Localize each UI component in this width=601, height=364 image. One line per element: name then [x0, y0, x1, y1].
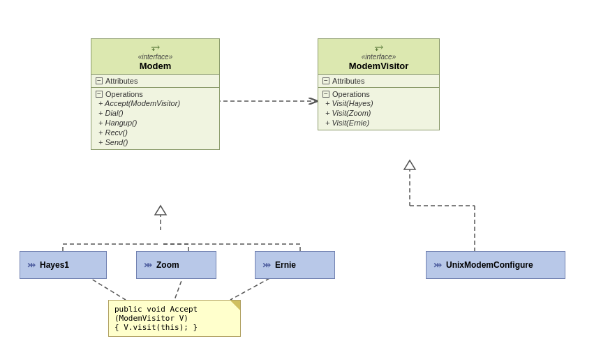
modemvisitor-operations-label: Operations — [332, 90, 370, 98]
minus-icon-attr: − — [96, 77, 103, 84]
modem-class: ⥅ «interface» Modem − Attributes − Opera… — [91, 38, 220, 150]
zoom-chevron: ⤔ — [144, 259, 152, 271]
modem-stereotype: «interface» — [96, 53, 215, 61]
note-line-2: { V.visit(this); } — [114, 323, 235, 332]
modem-attributes-label: Attributes — [105, 77, 138, 85]
mv-method-0: + Visit(Hayes) — [322, 98, 435, 108]
note-line-0: public void Accept — [114, 305, 235, 314]
modem-inherit-triangle — [155, 206, 166, 215]
modem-method-1: + Dial() — [96, 108, 215, 118]
modemvisitor-inherit-triangle — [404, 160, 415, 169]
diagram-container: ⥅ «interface» Modem − Attributes − Opera… — [0, 0, 601, 364]
ernie-class: ⤔ Ernie — [255, 251, 335, 279]
hayes1-class: ⤔ Hayes1 — [20, 251, 107, 279]
unixmodem-chevron: ⤔ — [433, 259, 442, 271]
modem-method-2: + Hangup() — [96, 118, 215, 128]
modemvisitor-attributes-label: Attributes — [332, 77, 364, 85]
modem-operations-section: − Operations + Accept(ModemVisitor) + Di… — [91, 88, 219, 149]
modem-method-0: + Accept(ModemVisitor) — [96, 98, 215, 108]
hayes1-label: Hayes1 — [40, 260, 69, 270]
zoom-class: ⤔ Zoom — [136, 251, 216, 279]
hayes1-chevron: ⤔ — [27, 259, 36, 271]
mv-method-2: + Visit(Ernie) — [322, 118, 435, 128]
zoom-label: Zoom — [156, 260, 179, 270]
minus-icon-ops: − — [96, 91, 103, 98]
mv-minus-attr: − — [322, 77, 329, 84]
modemvisitor-name: ModemVisitor — [322, 61, 435, 71]
ernie-label: Ernie — [275, 260, 296, 270]
modemvisitor-operations-section: − Operations + Visit(Hayes) + Visit(Zoom… — [318, 88, 439, 130]
modem-operations-label: Operations — [105, 90, 143, 98]
note-line-1: (ModemVisitor V) — [114, 314, 235, 323]
mv-method-1: + Visit(Zoom) — [322, 108, 435, 118]
modem-method-4: + Send() — [96, 137, 215, 147]
mv-minus-ops: − — [322, 91, 329, 98]
unixmodem-label: UnixModemConfigure — [446, 260, 533, 270]
unixmodem-class: ⤔ UnixModemConfigure — [426, 251, 565, 279]
modem-method-3: + Recv() — [96, 128, 215, 137]
modem-attributes-section: − Attributes — [91, 75, 219, 88]
modemvisitor-header: ⥅ «interface» ModemVisitor — [318, 39, 439, 75]
modemvisitor-stereotype: «interface» — [322, 53, 435, 61]
note-box: public void Accept (ModemVisitor V) { V.… — [108, 300, 241, 337]
modem-header: ⥅ «interface» Modem — [91, 39, 219, 75]
ernie-chevron: ⤔ — [262, 259, 271, 271]
modemvisitor-attributes-section: − Attributes — [318, 75, 439, 88]
modemvisitor-class: ⥅ «interface» ModemVisitor − Attributes … — [318, 38, 440, 130]
modem-name: Modem — [96, 61, 215, 71]
